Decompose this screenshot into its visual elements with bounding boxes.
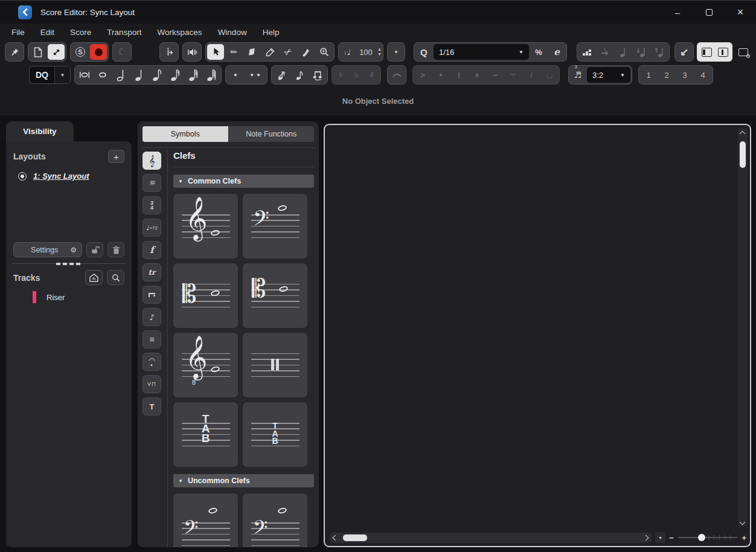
voice-4-button[interactable]: 4 [694,67,711,83]
symbol-category-bowing[interactable]: V⊓ [143,375,161,393]
thirty-second-note-button[interactable] [185,67,202,83]
track-name[interactable]: Riser [46,293,65,302]
add-layout-button[interactable]: + [108,150,124,163]
layout-item[interactable]: 1: Sync Layout [13,172,124,181]
setup-window-layout-button[interactable]: ⚙ [735,44,751,60]
menu-workspaces[interactable]: Workspaces [150,24,210,40]
quarter-note-button[interactable] [130,67,147,83]
natural-button[interactable]: ♮ [333,67,348,83]
clef-tile-tab-clef[interactable]: TAB [173,402,238,467]
open-quantize-panel-button[interactable]: e [548,44,565,60]
fermata-button[interactable]: ◡ [541,67,558,83]
right-zone-toggle[interactable] [716,44,730,60]
layout-settings-button[interactable]: Settings ⚙ [13,242,82,257]
horizontal-scroll-thumb[interactable] [343,534,367,541]
glue-tool[interactable] [261,44,278,60]
voice-3-button[interactable]: 3 [676,67,693,83]
edit-mode-button[interactable] [48,44,65,60]
track-row[interactable]: Riser [13,291,124,303]
menu-score[interactable]: Score [62,24,99,40]
zoom-preset-button[interactable]: ▼ [655,532,665,543]
score-display-area[interactable]: ▼ − + [324,124,751,547]
symbol-category-tempo[interactable]: ♩=72 [143,219,161,237]
zoom-slider-thumb[interactable] [698,534,705,541]
voice-1-button[interactable]: 1 [640,67,657,83]
record-pitch-button[interactable] [615,44,632,60]
iterative-quantize-button[interactable]: % [530,44,547,60]
close-button[interactable]: × [725,1,756,24]
half-note-button[interactable] [112,67,129,83]
select-tool[interactable] [207,44,224,60]
symbol-category-note-symbols[interactable]: ♪ [143,308,161,326]
feedback-button[interactable] [182,42,202,62]
double-dot-button[interactable]: • • [245,67,266,83]
dq-dropdown-icon[interactable]: ▼ [54,66,70,83]
sixty-fourth-note-button[interactable] [203,67,220,83]
left-zone-toggle[interactable] [699,44,714,60]
symbol-category-dynamics[interactable]: f [143,241,161,259]
eighth-note-button[interactable] [291,67,308,83]
menu-window[interactable]: Window [210,24,255,40]
menu-transport[interactable]: Transport [99,24,149,40]
menu-edit[interactable]: Edit [33,24,62,40]
tenuto-staccato-button[interactable]: ∸ [505,67,522,83]
lock-layout-button[interactable] [86,242,103,257]
breve-note-button[interactable] [76,67,93,83]
clef-tile-subbass-clef[interactable]: 𝄢 [243,493,307,547]
voice-2-button[interactable]: 2 [658,67,675,83]
symbol-category-clefs[interactable]: 𝄞 [143,152,161,170]
scroll-up-icon[interactable] [740,131,746,137]
symbol-category-staff-lines[interactable]: ≡ [143,330,161,348]
clef-tile-tab-clef-small[interactable]: TAB [243,402,307,467]
clef-tile-bass-clef[interactable]: 𝄢 [243,194,307,258]
find-track-button[interactable] [107,270,124,285]
clef-tile-treble-clef-octave[interactable]: 𝄞8 [173,333,238,397]
vertical-scroll-thumb[interactable] [740,141,746,168]
tab-symbols[interactable]: Symbols [143,126,228,142]
tab-note-functions[interactable]: Note Functions [229,126,315,142]
zoom-in-button[interactable]: + [742,533,746,542]
menu-help[interactable]: Help [255,24,287,40]
split-tool[interactable]: ✂ [280,44,296,60]
zoom-tool[interactable] [316,44,333,60]
divider-handle-icon[interactable] [56,263,82,265]
symbol-category-key-signatures[interactable]: ♯♯ [143,174,161,192]
maximize-button[interactable] [693,1,725,24]
zoom-slider[interactable] [678,537,738,538]
symbol-category-lines[interactable] [143,286,161,304]
record-noteoff-velocity-button[interactable] [651,44,668,60]
scroll-right-icon[interactable] [643,534,649,541]
velocity-dropdown-button[interactable]: ▼ [387,42,405,62]
zoom-out-button[interactable]: − [669,533,674,542]
staccato-button[interactable]: • [432,67,449,83]
record-noteon-velocity-button[interactable] [633,44,650,60]
symbol-category-arcs[interactable]: ◠ [143,353,161,371]
paint-tool[interactable] [298,44,315,60]
clef-tile-percussion-clef[interactable] [243,333,307,397]
record-button[interactable] [90,44,107,60]
tenuto-button[interactable]: – [487,67,504,83]
accent-button[interactable]: > [414,67,431,83]
tie-button[interactable] [387,65,406,85]
tuplet-notes-button[interactable]: 3 ♬ [570,67,586,83]
tuplet-button[interactable] [309,67,326,83]
layout-radio-selected[interactable] [18,172,27,181]
velocity-stepper[interactable]: ▼ ▼ [377,48,382,56]
marcato-button[interactable]: ∧ [469,67,485,83]
quantize-preset-field[interactable]: 1/16 ▼ [434,44,529,60]
draw-tool[interactable]: ✏ [225,44,242,60]
wedge-button[interactable]: / [523,67,540,83]
panel-divider[interactable] [12,263,126,264]
sixteenth-note-button[interactable] [167,67,184,83]
display-quantize-group[interactable]: DQ ▼ [29,66,71,84]
acoustic-feedback-button[interactable]: ☾ [112,42,132,62]
velocity-value[interactable]: 100 [356,44,376,60]
erase-tool[interactable] [243,44,260,60]
dot-button[interactable]: • [227,67,244,83]
scroll-left-icon[interactable] [333,534,339,541]
move-insert-mode-button[interactable] [597,44,613,60]
solo-button[interactable]: S [72,44,89,60]
clef-tile-alto-clef[interactable]: 𝄡 [173,263,238,328]
menu-file[interactable]: File [4,24,33,40]
staccatissimo-button[interactable]: | [450,67,467,83]
